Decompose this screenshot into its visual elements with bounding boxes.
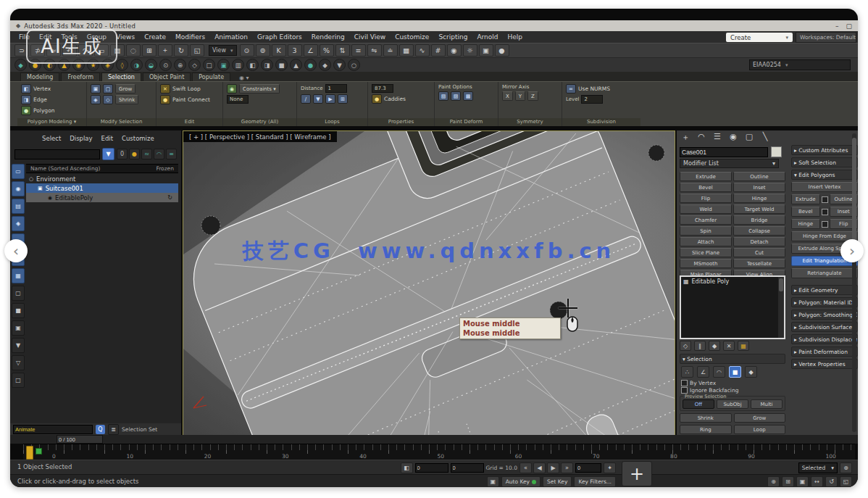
schematic-view-icon[interactable]: # <box>431 44 446 57</box>
tool-button[interactable]: Collapse <box>733 226 785 236</box>
tool-button[interactable]: Inset <box>733 183 785 192</box>
mini-listener-field[interactable] <box>13 425 93 434</box>
select-and-rotate-icon[interactable]: ↻ <box>174 44 188 57</box>
tool-button[interactable]: Target Weld <box>733 204 785 214</box>
mirror-y-button[interactable]: Y <box>515 91 525 101</box>
selection-button[interactable]: Ring <box>680 425 732 434</box>
key-icon[interactable]: ✦ <box>604 462 616 473</box>
explorer-tool-icon[interactable]: ▣ <box>12 320 25 336</box>
current-frame-field[interactable] <box>575 463 601 473</box>
render-setup-icon[interactable]: ☼ <box>463 44 477 57</box>
mirror-z-button[interactable]: Z <box>527 91 538 101</box>
grid-icon[interactable]: ⊞ <box>338 94 348 104</box>
rollout-header[interactable]: ▸ Custom Attributes <box>791 145 858 155</box>
preview-option-button[interactable]: SubObj <box>717 399 748 409</box>
select-object-icon[interactable]: ◌ <box>126 44 141 57</box>
pan-icon[interactable]: ↔ <box>811 476 823 487</box>
menu-item[interactable]: Rendering <box>312 33 345 41</box>
menu-item[interactable]: Customize <box>395 33 429 41</box>
tool-button[interactable]: Chamfer <box>680 215 732 225</box>
rollout-header[interactable]: ▸ Subdivision Surface <box>791 322 858 332</box>
zoom-icon[interactable]: ⊕ <box>767 476 780 487</box>
pin-stack-icon[interactable]: ◇ <box>680 341 691 351</box>
toolbar-icon[interactable]: ▲ <box>290 59 302 71</box>
tool-button[interactable]: Hinge <box>733 194 785 203</box>
explorer-tool-icon[interactable]: ▦ <box>12 268 25 283</box>
viewport[interactable]: [ + ] [ Perspective ] [ Standard ] [ Wir… <box>183 130 675 436</box>
edge-mode-icon[interactable]: ◨ <box>21 95 31 104</box>
filter-funnel-icon[interactable]: ▼ <box>102 148 114 160</box>
spinner-snap-icon[interactable]: ⇅ <box>335 44 350 57</box>
coordinate-field-y[interactable] <box>451 463 484 473</box>
rollout-header[interactable]: ▸ Edit Geometry <box>791 285 858 295</box>
tool-button[interactable]: Detach <box>733 237 785 246</box>
paint-push-icon[interactable]: ▧ <box>438 91 448 101</box>
checkbox[interactable] <box>681 380 688 386</box>
settings-checkbox[interactable] <box>822 209 828 215</box>
workspaces-dropdown[interactable]: Workspaces: Default <box>796 32 856 43</box>
vertex-mode-icon[interactable]: ◧ <box>21 84 31 94</box>
flow-icon[interactable]: ▼ <box>313 94 323 104</box>
edit-poly-button[interactable]: Bevel <box>791 207 820 217</box>
list-item[interactable]: ○ Environment <box>26 174 178 183</box>
use-pivot-icon[interactable]: ⊙ <box>240 44 254 57</box>
toolbar-icon[interactable]: ▣ <box>217 59 230 71</box>
ribbon-tab[interactable]: Object Paint <box>143 72 191 81</box>
ring-icon[interactable]: ◇ <box>103 95 113 104</box>
selection-button[interactable]: Shrink <box>680 413 732 423</box>
align-icon[interactable]: ≐ <box>383 44 398 57</box>
carousel-next-button[interactable]: › <box>840 239 864 262</box>
frame-counter-field[interactable] <box>57 435 103 444</box>
toolbar-icon[interactable]: ◆ <box>319 59 331 71</box>
percent-snap-icon[interactable]: % <box>320 44 334 57</box>
motion-tab-icon[interactable]: ◉ <box>727 132 739 143</box>
properties-field[interactable]: 87.3 <box>372 84 393 93</box>
tool-button[interactable]: Extrude <box>680 172 732 181</box>
utilities-tab-icon[interactable]: ╲ <box>759 132 771 143</box>
selected-filter-dropdown[interactable]: Selected▾ <box>798 462 838 473</box>
polygon-icon[interactable]: ■ <box>729 366 741 378</box>
toolbar-icon[interactable]: ◨ <box>261 59 273 71</box>
navigation-gizmo-button[interactable]: + <box>622 461 652 486</box>
ribbon-label[interactable]: Paint Connect <box>172 96 210 103</box>
mirror-icon[interactable]: ⇋ <box>367 44 382 57</box>
filter-arc-icon[interactable]: ◠ <box>154 149 164 159</box>
window-crossing-icon[interactable]: ⊞ <box>142 44 157 57</box>
explorer-column-headers[interactable]: Name (Sorted Ascending) Frozen <box>26 164 178 173</box>
time-slider[interactable] <box>26 446 33 460</box>
keyframe-marker[interactable] <box>36 448 42 455</box>
tool-button[interactable]: Outline <box>733 172 785 181</box>
loop-icon[interactable]: ◈ <box>91 95 101 104</box>
explorer-tool-icon[interactable]: ■ <box>12 303 25 318</box>
menu-item[interactable]: Civil View <box>354 33 385 41</box>
toolbar-icon[interactable]: ◒ <box>145 59 157 71</box>
zoom-extents-icon[interactable]: ▣ <box>796 476 809 487</box>
mirror-x-button[interactable]: X <box>502 91 513 101</box>
curve-editor-icon[interactable]: ∿ <box>415 44 430 57</box>
panel-scrollbar[interactable] <box>852 133 856 432</box>
menu-item[interactable]: Help <box>508 33 523 41</box>
minimize-button[interactable]: – <box>835 22 839 30</box>
insert-vertex-button[interactable]: Insert Vertex <box>791 182 858 192</box>
search-input[interactable] <box>14 149 100 159</box>
explorer-tool-icon[interactable]: ◈ <box>12 216 25 231</box>
element-icon[interactable]: ◆ <box>745 366 757 378</box>
toolbar-icon[interactable]: ▼ <box>333 59 346 71</box>
hierarchy-tab-icon[interactable]: ☰ <box>711 132 723 143</box>
explorer-tool-icon[interactable]: ▢ <box>12 286 25 301</box>
toolbar-icon[interactable]: ● <box>304 59 317 71</box>
paint-relax-icon[interactable]: ▨ <box>451 91 461 101</box>
menu-item[interactable]: Modifiers <box>175 33 205 41</box>
swift-loop-icon[interactable]: ✕ <box>160 84 170 94</box>
preview-option-button[interactable]: Off <box>683 399 714 409</box>
zoom-all-icon[interactable]: ⊞ <box>782 476 794 487</box>
border-icon[interactable]: ◠ <box>713 366 725 378</box>
go-to-end-icon[interactable]: » <box>561 462 573 473</box>
ribbon-label[interactable]: Polygon <box>33 107 54 114</box>
shrink-icon[interactable]: ▢ <box>103 84 113 94</box>
explorer-menu-item[interactable]: Display <box>70 135 92 142</box>
edit-poly-button[interactable]: Extrude <box>791 194 820 204</box>
toolbar-icon[interactable]: □ <box>203 59 215 71</box>
explorer-tool-icon[interactable]: ▼ <box>12 338 25 353</box>
display-tab-icon[interactable]: ▢ <box>743 132 755 143</box>
